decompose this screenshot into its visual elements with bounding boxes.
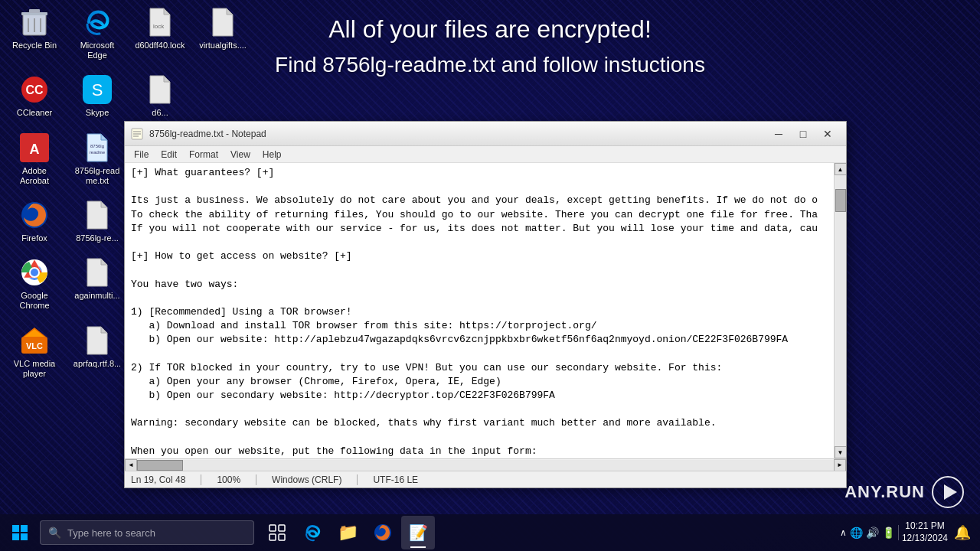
- close-button[interactable]: ✕: [815, 125, 840, 143]
- speaker-icon: 🔊: [866, 527, 879, 539]
- hscroll-track[interactable]: [137, 460, 834, 471]
- svg-rect-2: [29, 9, 40, 13]
- status-zoom: 100%: [217, 474, 240, 485]
- battery-icon: 🔋: [882, 527, 895, 539]
- scroll-up-button[interactable]: ▲: [835, 163, 847, 175]
- taskbar-search[interactable]: 🔍 Type here to search: [40, 520, 254, 545]
- files-taskbar-icon: 📁: [338, 523, 358, 543]
- edge-image: [82, 7, 113, 37]
- svg-rect-37: [279, 534, 285, 540]
- menu-view[interactable]: View: [224, 148, 256, 161]
- date-display: 12/13/2024: [902, 533, 948, 545]
- readme2-icon[interactable]: 8756lg-re...: [67, 197, 128, 246]
- edge-taskbar-button[interactable]: [296, 516, 329, 549]
- scroll-down-button[interactable]: ▼: [835, 446, 847, 458]
- readme2-label: 8756lg-re...: [76, 233, 119, 243]
- aprfaq-icon[interactable]: aprfaq.rtf.8...: [67, 322, 128, 382]
- files-taskbar-button[interactable]: 📁: [331, 516, 364, 549]
- system-tray-icons: ∧ 🌐 🔊 🔋: [840, 527, 895, 539]
- notepad-statusbar: Ln 19, Col 48 100% Windows (CRLF) UTF-16…: [125, 471, 846, 487]
- maximize-button[interactable]: □: [791, 125, 815, 143]
- desktop: All of your files are encrypted! Find 87…: [0, 0, 980, 551]
- task-view-icon: [269, 524, 286, 541]
- svg-rect-34: [270, 525, 276, 531]
- time-display: 10:21 PM: [905, 520, 944, 533]
- search-icon: 🔍: [48, 527, 61, 539]
- notepad-textarea[interactable]: [+] What guarantees? [+] Its just a busi…: [125, 163, 834, 458]
- status-divider-1: [201, 474, 201, 485]
- readme2-image: [82, 200, 113, 230]
- virtualgifts-icon[interactable]: virtualgifts....: [192, 4, 253, 64]
- ccleaner-label: CCleaner: [17, 108, 52, 118]
- svg-text:8756lg: 8756lg: [90, 144, 104, 148]
- svg-text:S: S: [92, 80, 103, 99]
- task-view-button[interactable]: [260, 516, 294, 549]
- svg-text:CC: CC: [25, 83, 44, 96]
- skype-image: S: [82, 74, 113, 105]
- taskbar: 🔍 Type here to search: [0, 514, 980, 551]
- svg-rect-35: [279, 525, 285, 531]
- d60dff40-icon[interactable]: lock d60dff40.lock: [129, 4, 191, 64]
- firefox-taskbar-icon: [374, 523, 392, 542]
- chrome-image: [19, 257, 50, 288]
- svg-text:A: A: [30, 142, 40, 157]
- notepad-content-area: [+] What guarantees? [+] Its just a busi…: [125, 163, 846, 458]
- svg-rect-31: [21, 525, 28, 532]
- scroll-thumb[interactable]: [835, 189, 846, 212]
- menu-help[interactable]: Help: [256, 148, 288, 161]
- firefox-icon[interactable]: Firefox: [4, 197, 65, 246]
- ccleaner-image: CC: [19, 74, 50, 105]
- againmulti-icon[interactable]: againmulti...: [67, 254, 128, 314]
- hscroll-right-button[interactable]: ►: [834, 459, 846, 471]
- hscroll-thumb[interactable]: [137, 460, 183, 471]
- status-position: Ln 19, Col 48: [131, 474, 185, 485]
- chrome-icon[interactable]: Google Chrome: [4, 254, 65, 314]
- menu-file[interactable]: File: [128, 148, 155, 161]
- vlc-image: VLC: [19, 325, 50, 356]
- zoom-label: 100%: [217, 474, 240, 485]
- virtualgifts-label: virtualgifts....: [199, 41, 247, 51]
- taskbar-clock[interactable]: 10:21 PM 12/13/2024: [902, 520, 948, 544]
- status-encoding: UTF-16 LE: [373, 474, 418, 485]
- readme-doc-icon[interactable]: 8756lg readme 8756lg-read me.txt: [67, 129, 128, 189]
- notification-button[interactable]: 🔔: [954, 524, 971, 541]
- firefox-image: [19, 200, 50, 230]
- svg-rect-30: [12, 525, 19, 532]
- notepad-title-icon: [131, 128, 143, 140]
- edge-icon[interactable]: Microsoft Edge: [67, 4, 128, 64]
- againmulti-image: [82, 257, 113, 288]
- ccleaner-icon[interactable]: CC CCleaner: [4, 71, 65, 121]
- tray-divider: [898, 525, 899, 540]
- notepad-taskbar-button[interactable]: 📝: [401, 516, 435, 549]
- recycle-bin-icon[interactable]: Recycle Bin: [4, 4, 65, 64]
- d60dff40-image: lock: [145, 7, 175, 37]
- svg-rect-36: [270, 534, 276, 540]
- status-line-ending: Windows (CRLF): [272, 474, 341, 485]
- virtualgifts-image: [207, 7, 238, 37]
- d60-lock2-image: [145, 74, 175, 105]
- edge-label: Microsoft Edge: [70, 41, 125, 60]
- readme-doc-image: 8756lg readme: [82, 132, 113, 163]
- hscroll-left-button[interactable]: ◄: [125, 459, 137, 471]
- d60-lock2-icon[interactable]: d6...: [129, 71, 191, 121]
- notepad-scrollbar[interactable]: ▲ ▼: [834, 163, 846, 458]
- encoding-label: UTF-16 LE: [373, 474, 418, 485]
- chrome-label: Google Chrome: [7, 291, 62, 311]
- taskbar-apps: 📁 📝: [260, 516, 435, 549]
- chevron-up-icon[interactable]: ∧: [840, 527, 847, 538]
- menu-edit[interactable]: Edit: [155, 148, 183, 161]
- scroll-track[interactable]: [835, 175, 846, 446]
- firefox-taskbar-button[interactable]: [366, 516, 400, 549]
- acrobat-image: A: [19, 132, 50, 163]
- anyrun-watermark: ANY.RUN: [844, 475, 965, 509]
- svg-text:VLC: VLC: [26, 341, 43, 350]
- start-button[interactable]: [3, 516, 37, 549]
- menu-format[interactable]: Format: [183, 148, 224, 161]
- vlc-icon[interactable]: VLC VLC media player: [4, 322, 65, 382]
- acrobat-icon[interactable]: A Adobe Acrobat: [4, 129, 65, 189]
- firefox-label: Firefox: [21, 233, 47, 243]
- skype-icon[interactable]: S Skype: [67, 71, 128, 121]
- recycle-bin-label: Recycle Bin: [12, 41, 57, 51]
- minimize-button[interactable]: ─: [766, 125, 791, 143]
- d60dff40-label: d60dff40.lock: [135, 41, 185, 51]
